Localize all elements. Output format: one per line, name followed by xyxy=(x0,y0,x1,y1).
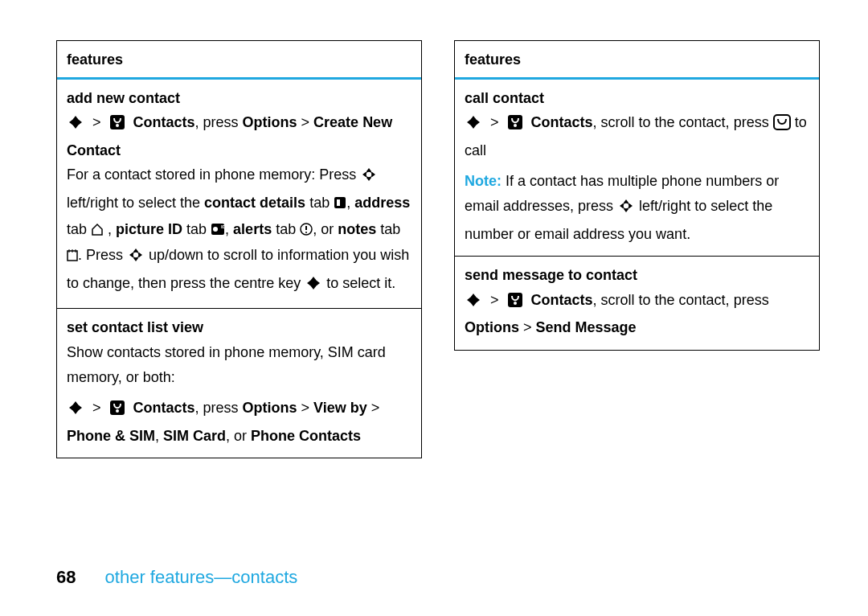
text: > xyxy=(367,400,380,416)
text: Options xyxy=(465,319,519,335)
picture-id-tab-icon: ID xyxy=(211,219,225,244)
send-key-icon xyxy=(773,113,791,138)
text: , scroll to the contact, press xyxy=(593,292,769,308)
nav-key-icon xyxy=(67,113,84,138)
text: , or xyxy=(226,428,251,444)
text: , xyxy=(155,428,163,444)
add-new-contact-body: For a contact stored in phone memory: Pr… xyxy=(67,162,411,298)
text: tab xyxy=(182,221,211,237)
text: tab xyxy=(67,221,91,237)
svg-point-20 xyxy=(116,409,119,413)
add-new-contact-title: add new contact xyxy=(67,86,411,111)
text: tab xyxy=(272,221,300,237)
svg-point-11 xyxy=(305,232,307,233)
page-number: 68 xyxy=(56,567,76,587)
nav-key-icon xyxy=(465,291,482,316)
contacts-icon xyxy=(507,291,523,316)
text: > xyxy=(297,114,314,130)
nav-key-icon xyxy=(465,113,482,138)
text: Phone & SIM xyxy=(67,428,155,444)
text: Contacts xyxy=(133,400,195,416)
add-new-contact-path: > Contacts, press Options > Create New C… xyxy=(67,110,411,162)
text: , xyxy=(104,221,116,237)
notes-tab-icon xyxy=(67,244,78,269)
svg-point-25 xyxy=(623,203,629,209)
send-message-path: > Contacts, scroll to the contact, press… xyxy=(465,288,809,340)
nav-open-icon xyxy=(617,197,635,222)
svg-point-28 xyxy=(514,302,517,305)
text: Contacts xyxy=(531,114,593,130)
svg-rect-24 xyxy=(774,115,790,129)
alerts-tab-icon xyxy=(300,219,313,244)
svg-point-3 xyxy=(366,171,372,178)
text: SIM Card xyxy=(163,428,226,444)
contacts-icon xyxy=(109,113,125,138)
text: Options xyxy=(243,114,297,130)
text: Options xyxy=(243,400,297,416)
text: address xyxy=(354,195,410,211)
svg-point-23 xyxy=(514,124,517,127)
svg-rect-5 xyxy=(337,199,340,206)
call-contact-path: > Contacts, scroll to the contact, press… xyxy=(465,110,809,162)
svg-point-16 xyxy=(133,252,139,258)
send-message-cell: send message to contact > Contacts, scro… xyxy=(455,257,819,350)
details-tab-icon xyxy=(334,192,346,217)
text: to select it. xyxy=(326,275,395,291)
text: , scroll to the contact, press xyxy=(593,114,773,130)
text: , xyxy=(225,221,233,237)
left-features-header: features xyxy=(57,41,421,80)
text: Contacts xyxy=(133,114,195,130)
text: contact details xyxy=(204,195,305,211)
text: , press xyxy=(195,400,243,416)
svg-point-7 xyxy=(213,227,218,232)
page-footer: 68 other features—contacts xyxy=(56,562,297,592)
svg-point-0 xyxy=(72,118,80,126)
text: tab xyxy=(376,221,400,237)
text: Send Message xyxy=(536,319,637,335)
text: alerts xyxy=(233,221,272,237)
page-columns: features add new contact > Contacts, pre… xyxy=(0,0,868,458)
centre-key-icon xyxy=(305,274,322,299)
text: , press xyxy=(195,114,243,130)
text: Contacts xyxy=(531,292,593,308)
text: , or xyxy=(313,221,338,237)
text: > xyxy=(297,400,314,416)
call-contact-cell: call contact > Contacts, scroll to the c… xyxy=(455,80,819,257)
right-features-header: features xyxy=(455,41,819,80)
text: tab xyxy=(305,195,334,211)
call-contact-title: call contact xyxy=(465,86,809,111)
text: left/right to select the xyxy=(67,195,204,211)
svg-point-2 xyxy=(116,124,119,127)
svg-point-17 xyxy=(309,279,317,287)
text: notes xyxy=(338,221,376,237)
nav-open-icon xyxy=(127,246,145,271)
contacts-icon xyxy=(109,399,125,424)
set-view-body: Show contacts stored in phone memory, SI… xyxy=(67,340,411,389)
text: , xyxy=(346,195,354,211)
set-contact-list-view-title: set contact list view xyxy=(67,315,411,340)
text: Phone Contacts xyxy=(251,428,361,444)
text: picture ID xyxy=(116,221,182,237)
text: View by xyxy=(313,400,367,416)
send-message-title: send message to contact xyxy=(465,263,809,288)
nav-open-icon xyxy=(360,166,378,191)
address-tab-icon xyxy=(91,219,104,244)
contacts-icon xyxy=(507,113,523,138)
add-new-contact-cell: add new contact > Contacts, press Option… xyxy=(57,80,421,310)
nav-key-icon xyxy=(67,399,84,424)
text: > xyxy=(519,319,536,335)
right-column: features call contact > Contacts, scroll… xyxy=(454,40,820,351)
left-column: features add new contact > Contacts, pre… xyxy=(56,40,422,458)
section-title: other features—contacts xyxy=(105,567,298,587)
svg-point-26 xyxy=(469,296,477,304)
text: . Press xyxy=(78,247,127,263)
call-contact-note: Note: If a contact has multiple phone nu… xyxy=(465,169,809,246)
svg-point-21 xyxy=(469,118,477,126)
note-label: Note: xyxy=(465,173,502,189)
text: For a contact stored in phone memory: Pr… xyxy=(67,166,360,183)
svg-point-18 xyxy=(72,404,80,412)
set-view-path: > Contacts, press Options > View by > Ph… xyxy=(67,396,411,448)
set-contact-list-view-cell: set contact list view Show contacts stor… xyxy=(57,309,421,458)
